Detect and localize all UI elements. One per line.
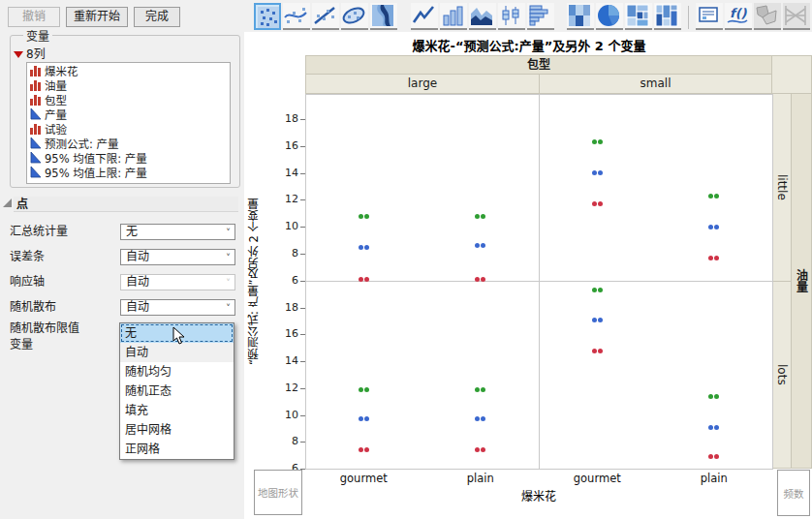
chevron-down-icon: ˅ xyxy=(226,276,231,290)
column-level-large[interactable]: large xyxy=(305,74,540,94)
x-category-label[interactable]: plain xyxy=(680,473,748,485)
heatmap-icon[interactable] xyxy=(567,3,594,30)
map-shape-drop-zone[interactable]: 地图形状 xyxy=(254,470,302,515)
y-tick-label: 18 xyxy=(275,302,298,314)
dropdown-option[interactable]: 正网格 xyxy=(120,440,234,459)
columns-menu[interactable]: 8列 xyxy=(14,45,46,58)
variable-label: 95% 均值上限: 产量 xyxy=(45,167,147,181)
x-axis-title[interactable]: 爆米花 xyxy=(305,487,772,504)
data-point-pred xyxy=(359,245,363,250)
y-tick-mark xyxy=(300,442,305,443)
汇总统计量-select[interactable]: 无˅ xyxy=(120,224,235,240)
variables-list: 爆米花油量包型产量试验预测公式: 产量95% 均值下限: 产量95% 均值上限:… xyxy=(26,62,231,184)
continuous-icon xyxy=(30,166,45,182)
dropdown-option[interactable]: 居中网格 xyxy=(120,420,234,440)
data-point-pred xyxy=(592,318,597,322)
mosaic-icon[interactable] xyxy=(654,3,681,30)
y-tick-label: 6 xyxy=(275,275,298,287)
误差条-select[interactable]: 自动˅ xyxy=(120,249,235,265)
column-group-header[interactable]: 包型 xyxy=(305,55,772,75)
y-tick-mark xyxy=(300,281,305,282)
data-point-upper xyxy=(708,394,713,399)
points-icon[interactable] xyxy=(254,3,281,30)
y-tick-mark xyxy=(300,334,305,335)
y-axis-title[interactable]: “预测公式: 产量”及另外 2 个变量 xyxy=(246,94,262,469)
dropdown-option[interactable]: 填充 xyxy=(120,401,234,420)
x-category-label[interactable]: gourmet xyxy=(563,473,631,485)
map-shapes-icon[interactable] xyxy=(754,3,781,30)
row-level-lots[interactable]: lots xyxy=(771,281,792,469)
variable-item[interactable]: 爆米花 xyxy=(30,65,230,79)
x-category-label[interactable]: gourmet xyxy=(329,473,397,485)
data-point-upper xyxy=(714,394,719,399)
column-level-small[interactable]: small xyxy=(539,74,772,94)
done-button[interactable]: 完成 xyxy=(134,7,180,27)
variable-item[interactable]: 预测公式: 产量 xyxy=(30,137,230,152)
data-point-lower xyxy=(359,447,363,452)
data-point-pred xyxy=(708,425,713,430)
y-tick-mark xyxy=(300,199,305,200)
y-tick-mark xyxy=(300,254,305,255)
svg-text:f(): f() xyxy=(730,6,748,20)
line-icon[interactable] xyxy=(411,3,438,30)
caption-box-icon[interactable] xyxy=(696,3,723,30)
row-group-header[interactable]: 油量 xyxy=(791,93,812,469)
formula-icon[interactable]: f() xyxy=(725,3,752,30)
undo-button[interactable]: 撤销 xyxy=(8,7,60,27)
y-tick-label: 8 xyxy=(275,436,298,447)
pie-icon[interactable] xyxy=(596,3,623,30)
chevron-down-icon: ˅ xyxy=(226,301,231,316)
y-tick-mark xyxy=(300,119,305,120)
响应轴-select[interactable]: 自动˅ xyxy=(120,274,235,290)
y-tick-label: 18 xyxy=(275,113,298,125)
dropdown-option[interactable]: 随机均匀 xyxy=(120,362,234,382)
points-section-header[interactable]: 点 xyxy=(14,197,238,212)
smoother-icon[interactable] xyxy=(283,3,310,30)
variable-item[interactable]: 产量 xyxy=(30,108,230,123)
variable-item[interactable]: 试验 xyxy=(30,123,230,137)
histogram-icon[interactable] xyxy=(527,3,554,30)
collapse-triangle-icon[interactable] xyxy=(3,198,12,207)
x-category-label[interactable]: plain xyxy=(447,473,515,485)
frequency-drop-zone[interactable]: 频数 xyxy=(777,470,810,516)
data-point-upper xyxy=(475,387,480,392)
dropdown-option[interactable]: 随机正态 xyxy=(120,382,234,401)
line-of-fit-icon[interactable] xyxy=(312,3,339,30)
data-point-pred xyxy=(364,416,369,421)
mouse-cursor xyxy=(172,326,186,349)
parallel-icon[interactable] xyxy=(783,3,810,30)
select-value: 自动 xyxy=(126,275,149,289)
y-tick-mark xyxy=(300,361,305,362)
data-point-upper xyxy=(592,139,597,144)
data-point-lower xyxy=(359,277,363,282)
y-tick-label: 10 xyxy=(275,221,298,232)
随机散布-select[interactable]: 自动˅ xyxy=(120,299,235,316)
bar-icon[interactable] xyxy=(440,3,467,30)
chart-title: 爆米花-“预测公式:产量”及另外 2 个变量 xyxy=(286,36,772,54)
ellipse-icon[interactable] xyxy=(341,3,368,30)
data-point-upper xyxy=(364,214,369,219)
row-level-little[interactable]: little xyxy=(771,93,792,282)
contour-icon[interactable] xyxy=(370,3,397,30)
variable-item[interactable]: 95% 均值下限: 产量 xyxy=(30,152,230,167)
treemap-icon[interactable] xyxy=(625,3,652,30)
variable-label: 爆米花 xyxy=(45,65,78,79)
y-tick-label: 16 xyxy=(275,140,298,152)
variable-item[interactable]: 油量 xyxy=(30,79,230,94)
plot-panel-small-lots xyxy=(539,281,773,470)
y-tick-label: 8 xyxy=(275,248,298,260)
area-icon[interactable] xyxy=(469,3,496,30)
box-plot-icon[interactable] xyxy=(498,3,525,30)
variable-label: 预测公式: 产量 xyxy=(45,137,119,152)
restart-button[interactable]: 重新开始 xyxy=(66,7,128,27)
select-value: 无 xyxy=(126,225,138,238)
variable-label: 产量 xyxy=(45,108,67,123)
data-point-lower xyxy=(592,201,597,206)
data-point-pred xyxy=(598,318,603,322)
data-point-pred xyxy=(592,170,597,175)
variable-label: 试验 xyxy=(45,123,67,137)
y-tick-mark xyxy=(300,146,305,147)
red-triangle-menu-icon[interactable] xyxy=(14,51,23,58)
variable-item[interactable]: 包型 xyxy=(30,94,230,108)
variable-item[interactable]: 95% 均值上限: 产量 xyxy=(30,167,230,181)
